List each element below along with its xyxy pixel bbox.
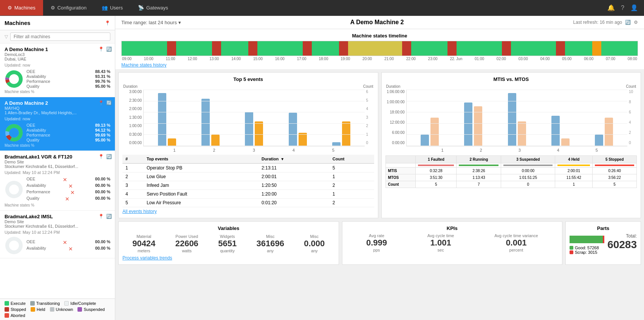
filter-icon: ▽ [5, 34, 8, 39]
machine-card-3[interactable]: 📍 🔄 BradmanLake1 VGR & FT120 Demo Site S… [0, 151, 115, 211]
timeline-title: Machine states timeline [121, 33, 638, 39]
machine-1-icons: 📍 🔄 [98, 47, 112, 52]
machine-3-donut [5, 180, 23, 199]
charts-row: Top 5 events Duration Count 3:00:002:30:… [115, 72, 644, 218]
col-num: # [122, 155, 144, 163]
last-refresh-label: Last refresh: 16 min ago [573, 20, 622, 25]
machine-card-4[interactable]: 📍 🔄 BradmanLake2 IMSL Demo Site Stockume… [0, 211, 115, 258]
machine-1-location: DemoLoc3 [5, 52, 110, 57]
machine-1-donut [5, 70, 23, 89]
legend-aborted-label: Aborted [11, 313, 25, 318]
nav-configuration[interactable]: ⚙ Configuration [43, 0, 94, 16]
time-range-selector[interactable]: Time range: last 24 hours ▾ [121, 20, 181, 25]
col-duration[interactable]: Duration ▼ [259, 155, 330, 163]
sidebar: Machines 📍 ▽ 📍 🔄 A Demo Machine 1 DemoLo… [0, 16, 115, 320]
nav-users[interactable]: 👥 Users [94, 0, 130, 16]
sidebar-filter: ▽ [0, 30, 115, 43]
mtis-col-header-0 [385, 156, 416, 163]
content-header-left: Time range: last 24 hours ▾ [121, 20, 181, 25]
legend-held-dot [31, 307, 35, 312]
help-icon[interactable]: ? [621, 5, 624, 11]
mtis-count-label: Count [626, 84, 636, 89]
legend-stopped-dot [5, 307, 9, 312]
machine-4-metrics-table: OEE✕00.00 % Availability✕00.00 % [26, 239, 110, 252]
machine-card-1[interactable]: 📍 🔄 A Demo Machine 1 DemoLoc3 Dubai, UAE… [0, 43, 115, 97]
machine-3-metrics-table: OEE✕00.00 % Availability✕00.00 % Perform… [26, 176, 110, 202]
sidebar-scroll[interactable]: 📍 🔄 A Demo Machine 1 DemoLoc3 Dubai, UAE… [0, 43, 115, 298]
variable-label: Misc [304, 234, 325, 239]
kpi-grid: Avg rate 0.999 ppsAvg cycle time 1.001 s… [346, 233, 559, 252]
legend-held-label: Held [37, 307, 45, 312]
kpi-value: 1.001 [427, 238, 454, 248]
mtis-x-axis: 12345 [412, 148, 628, 152]
mtis-col-header-2: 2 Running [457, 156, 501, 163]
duration-axis-label: Duration [123, 84, 138, 89]
variables-link[interactable]: Process variables trends [122, 255, 172, 261]
parts-bar [570, 236, 604, 243]
content-area: Time range: last 24 hours ▾ A Demo Machi… [115, 16, 644, 320]
legend-suspended-label: Suspended [84, 307, 105, 312]
machine-2-location: MAYHQ [5, 106, 110, 110]
legend-idle-dot [64, 301, 69, 306]
pin-icon-2[interactable]: 📍 [98, 100, 104, 106]
nav-machines[interactable]: ⚙ Machines [0, 0, 43, 16]
kpi-label: Avg rate [366, 233, 387, 238]
machines-location-icon[interactable]: 📍 [105, 20, 110, 26]
settings-button[interactable]: ⚙ [634, 20, 638, 25]
timeline-section: Machine states timeline 09:0010:0011:001… [115, 29, 644, 69]
machine-4-name: BradmanLake2 IMSL [5, 214, 110, 219]
kpi-label: Avg cycle time [427, 233, 454, 238]
refresh-icon-3[interactable]: 🔄 [106, 154, 112, 159]
pin-icon-4[interactable]: 📍 [98, 214, 104, 219]
legend-aborted: Aborted [5, 313, 25, 318]
col-count: Count [330, 155, 374, 163]
mtis-table-row: MTOS3:51:301:13:431:01:51:2511:55:423:56… [385, 174, 637, 181]
pin-icon-3[interactable]: 📍 [98, 154, 104, 159]
variable-unit: any [304, 249, 325, 253]
variable-item: Material 90424 meters [132, 234, 155, 253]
kpi-unit: sec [427, 248, 454, 252]
parts-scrap-dot [570, 250, 573, 254]
user-icon[interactable]: 👤 [630, 4, 638, 11]
machine-card-2[interactable]: 📍 🔄 A Demo Machine 2 MAYHQ 1 Allen-Bradl… [0, 97, 115, 151]
variable-label: Misc [256, 234, 284, 239]
parts-total-label: Total: [607, 233, 637, 239]
kpi-item: Avg cycle time variance 0.001 percent [494, 233, 538, 252]
events-link[interactable]: All events history [122, 209, 157, 214]
parts-scrap-label: Scrap: 3015 [575, 250, 597, 255]
events-table: # Top events Duration ▼ Count 1Operator … [122, 155, 374, 207]
legend-held: Held [31, 307, 45, 312]
mtis-col-header-5: 5 Stopped [593, 156, 637, 163]
top5-events-panel: Top 5 events Duration Count 3:00:002:30:… [118, 72, 378, 218]
parts-title: Parts [570, 225, 637, 231]
variable-unit: meters [132, 249, 155, 253]
refresh-icon-2[interactable]: 🔄 [106, 100, 112, 106]
legend-transitioning-dot [30, 301, 35, 306]
timeline-axis: 09:0010:0011:0012:0013:0014:0015:0016:00… [121, 57, 638, 61]
top5-y-labels: 3:00:002:30:002:00:001:30:001:00:000:30:… [122, 90, 143, 145]
svg-point-7 [7, 183, 21, 196]
machine-1-updated: Updated: now [5, 63, 110, 67]
notification-icon[interactable]: 🔔 [607, 4, 615, 11]
machine-3-location: Demo Site [5, 160, 110, 164]
refresh-button[interactable]: 🔄 [625, 20, 631, 25]
machine-4-location: Demo Site [5, 219, 110, 224]
pin-icon[interactable]: 📍 [98, 47, 104, 52]
kpi-value: 0.001 [494, 238, 538, 248]
machine-4-donut [5, 236, 23, 255]
search-input[interactable] [10, 33, 110, 41]
legend-suspended: Suspended [77, 307, 105, 312]
refresh-icon[interactable]: 🔄 [106, 47, 112, 52]
timeline-link[interactable]: Machine states history [121, 62, 166, 68]
kpi-unit: percent [494, 248, 538, 252]
variable-unit: any [256, 249, 284, 253]
nav-gateways[interactable]: 📡 Gateways [130, 0, 176, 16]
machine-2-name: A Demo Machine 2 [5, 100, 110, 106]
parts-total-value: 60283 [607, 239, 637, 251]
mtis-panel: MTIS vs. MTOS Duration Count 1:06:00:001… [381, 72, 641, 218]
machine-3-icons: 📍 🔄 [98, 154, 112, 159]
refresh-icon-4[interactable]: 🔄 [106, 214, 112, 219]
content-machine-title: A Demo Machine 2 [181, 19, 573, 26]
machine-1-states-label: Machine states % [5, 90, 110, 94]
mtis-table: 1 Faulted2 Running3 Suspended4 Held5 Sto… [385, 155, 637, 188]
